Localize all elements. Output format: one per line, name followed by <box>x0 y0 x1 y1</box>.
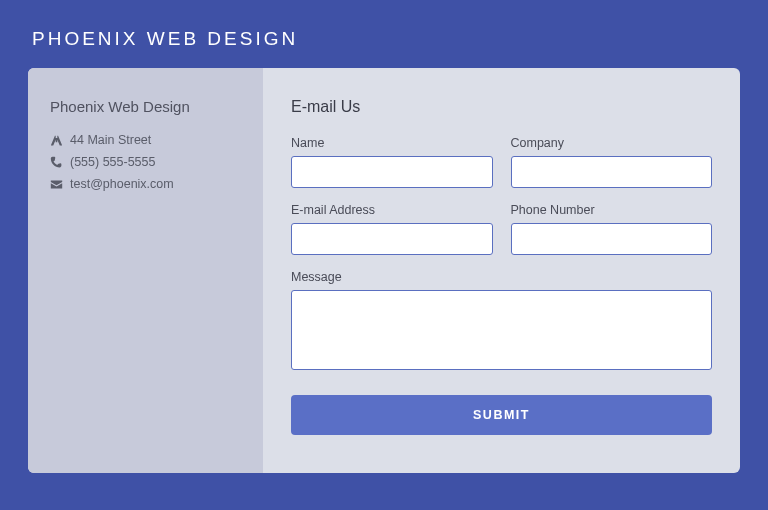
envelope-icon <box>50 178 63 191</box>
email-text: test@phoenix.com <box>70 177 174 191</box>
road-icon <box>50 134 63 147</box>
phone-line: (555) 555-5555 <box>50 155 241 169</box>
address-line: 44 Main Street <box>50 133 241 147</box>
page-header: PHOENIX WEB DESIGN <box>0 0 768 68</box>
form-row: E-mail Address Phone Number <box>291 203 712 255</box>
address-text: 44 Main Street <box>70 133 151 147</box>
contact-form-section: E-mail Us Name Company E-mail Address Ph… <box>263 68 740 473</box>
phone-field-wrapper: Phone Number <box>511 203 713 255</box>
form-heading: E-mail Us <box>291 98 712 116</box>
message-label: Message <box>291 270 712 284</box>
message-field-wrapper: Message <box>291 270 712 370</box>
email-field-wrapper: E-mail Address <box>291 203 493 255</box>
name-label: Name <box>291 136 493 150</box>
phone-icon <box>50 156 63 169</box>
submit-button[interactable]: SUBMIT <box>291 395 712 435</box>
phone-text: (555) 555-5555 <box>70 155 155 169</box>
name-field-wrapper: Name <box>291 136 493 188</box>
company-label: Company <box>511 136 713 150</box>
contact-card: Phoenix Web Design 44 Main Street (555) … <box>28 68 740 473</box>
company-name: Phoenix Web Design <box>50 98 241 115</box>
email-line: test@phoenix.com <box>50 177 241 191</box>
email-label: E-mail Address <box>291 203 493 217</box>
company-field-wrapper: Company <box>511 136 713 188</box>
message-input[interactable] <box>291 290 712 370</box>
page-title: PHOENIX WEB DESIGN <box>32 28 768 50</box>
company-input[interactable] <box>511 156 713 188</box>
form-row: Message <box>291 270 712 370</box>
email-input[interactable] <box>291 223 493 255</box>
name-input[interactable] <box>291 156 493 188</box>
phone-label: Phone Number <box>511 203 713 217</box>
form-row: Name Company <box>291 136 712 188</box>
contact-sidebar: Phoenix Web Design 44 Main Street (555) … <box>28 68 263 473</box>
phone-input[interactable] <box>511 223 713 255</box>
